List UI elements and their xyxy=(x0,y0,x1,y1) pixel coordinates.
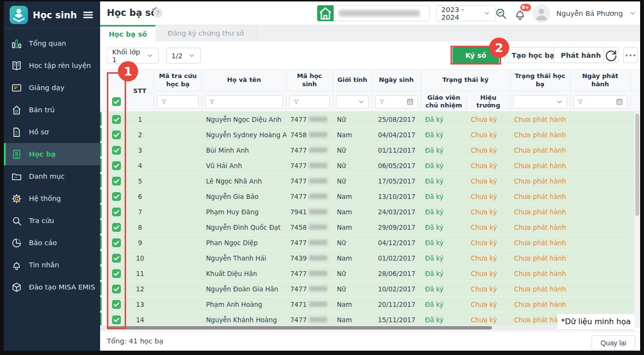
calendar-icon[interactable] xyxy=(616,98,623,105)
header-lookup-code[interactable]: Mã tra cứu học bạ xyxy=(154,70,202,91)
horizontal-scrollbar[interactable] xyxy=(100,325,634,330)
header-principal-sign[interactable]: Hiệu trưởng xyxy=(467,91,510,112)
total-records-label: Tổng: 41 học bạ xyxy=(107,337,163,345)
sidebar-item-ho-so[interactable]: Hồ sơ xyxy=(4,121,100,143)
row-checkbox[interactable] xyxy=(112,269,121,278)
sidebar-item-bao-cao[interactable]: Báo cáo xyxy=(4,232,100,254)
record-status-filter-select[interactable] xyxy=(513,95,567,108)
back-button[interactable]: Quay lại xyxy=(592,335,635,350)
school-year-select[interactable]: 2023 - 2024 xyxy=(436,5,496,21)
sign-button[interactable]: Ký số xyxy=(452,47,499,63)
school-name-field[interactable] xyxy=(334,5,430,21)
issue-date-filter-input[interactable] xyxy=(573,95,627,108)
row-checkbox-cell xyxy=(107,281,126,297)
notifications-button[interactable]: 9+ xyxy=(514,7,527,21)
cell-lookup-code xyxy=(154,173,202,189)
cell-dob: 24/03/2017 xyxy=(372,204,421,220)
analytics-search-icon[interactable] xyxy=(494,7,507,20)
cell-record-status: Chưa phát hành xyxy=(510,189,570,204)
app-window: Học sinh Tổng quan Học tập rèn luyện Giả… xyxy=(4,1,640,351)
cell-student-id: 7477 xyxy=(286,112,333,127)
user-name[interactable]: Nguyễn Bá Phương xyxy=(556,10,623,17)
header-name[interactable]: Họ và tên xyxy=(202,70,286,91)
table-row[interactable]: 12 Nguyễn Đoàn Gia Hân 7477 Nữ 10/02/201… xyxy=(100,281,640,297)
user-menu-chevron-icon[interactable] xyxy=(629,10,636,17)
sidebar-item-tong-quan[interactable]: Tổng quan xyxy=(4,32,100,54)
gender-filter-select[interactable] xyxy=(336,95,369,108)
help-icon[interactable]: ? xyxy=(153,8,163,18)
sidebar-item-ban-tru[interactable]: Bán trú xyxy=(4,99,100,121)
table-row[interactable]: 6 Nguyễn Gia Bảo 7477 Nam 13/10/2017 Đã … xyxy=(100,189,640,204)
row-checkbox[interactable] xyxy=(112,316,121,324)
row-checkbox[interactable] xyxy=(112,115,121,124)
sidebar-item-dao-tao-misa-emis[interactable]: Đào tạo MISA EMIS xyxy=(4,276,100,298)
table-row[interactable]: 9 Phan Ngọc Diệp 7477 Nữ 04/12/2017 Đã k… xyxy=(100,235,640,250)
row-checkbox[interactable] xyxy=(112,254,121,263)
cell-teacher-sign-status: Đã ký xyxy=(421,143,467,158)
row-checkbox[interactable] xyxy=(112,300,121,309)
row-checkbox[interactable] xyxy=(112,208,121,216)
vertical-scrollbar-thumb[interactable] xyxy=(635,114,639,216)
lookup-code-filter-input[interactable] xyxy=(157,95,199,108)
cell-student-name: Phan Ngọc Diệp xyxy=(202,235,286,250)
horizontal-scrollbar-thumb[interactable] xyxy=(107,326,492,329)
filter-extra-partial xyxy=(631,91,640,112)
refresh-button[interactable] xyxy=(603,47,618,63)
sidebar-item-tin-nhan[interactable]: Tin nhắn xyxy=(4,254,100,276)
student-id-filter-input[interactable] xyxy=(289,95,330,108)
grade-filter-select[interactable]: Khối lớp 1 xyxy=(107,48,159,64)
row-checkbox-cell xyxy=(107,250,126,266)
publish-button[interactable]: Phát hành xyxy=(554,47,608,63)
header-dob[interactable]: Ngày sinh xyxy=(372,70,421,91)
header-stt[interactable]: STT xyxy=(126,70,154,112)
hamburger-menu-icon[interactable] xyxy=(82,9,94,21)
table-row[interactable]: 2 Nguyễn Sydney Hoàng A... 7458 Nam 04/0… xyxy=(100,127,640,143)
table-row[interactable]: 1 Nguyễn Ngọc Diệu Anh 7477 Nữ 25/08/201… xyxy=(100,112,640,127)
class-filter-select[interactable]: 1/2 xyxy=(166,48,201,64)
name-filter-input[interactable] xyxy=(205,95,283,108)
sidebar-item-danh-muc[interactable]: Danh mục xyxy=(4,165,100,187)
table-row[interactable]: 8 Nguyễn Đình Quốc Đạt 7458 Nam 29/09/20… xyxy=(100,220,640,235)
cell-record-status: Chưa phát hành xyxy=(510,297,570,312)
select-all-checkbox[interactable] xyxy=(112,97,121,106)
header-issue-date[interactable]: Ngày phát hành xyxy=(570,70,631,91)
create-record-button[interactable]: Tạo học bạ xyxy=(504,47,562,63)
row-checkbox[interactable] xyxy=(112,177,121,185)
tab-hoc-ba-so[interactable]: Học bạ số xyxy=(100,25,155,41)
table-row[interactable]: 3 Bùi Minh Anh 7477 Nữ 01/11/2017 Đã ký … xyxy=(100,143,640,158)
more-actions-button[interactable] xyxy=(623,47,638,63)
more-dots-icon xyxy=(624,49,637,62)
sidebar-item-giang-day[interactable]: Giảng dạy xyxy=(4,77,100,99)
tab-dang-ky-chung-thu-so[interactable]: Đăng ký chứng thư số xyxy=(155,25,257,41)
header-teacher-sign[interactable]: Giáo viên chủ nhiệm xyxy=(421,91,467,112)
sidebar-item-tra-cuu[interactable]: Tra cứu xyxy=(4,210,100,232)
header-record-status[interactable]: Trạng thái học bạ xyxy=(510,70,570,91)
cell-lookup-code xyxy=(154,220,202,235)
table-row[interactable]: 11 Khuất Diệu Hân 7477 Nữ 28/06/2017 Đã … xyxy=(100,266,640,281)
calendar-icon[interactable] xyxy=(406,98,414,105)
header-gender[interactable]: Giới tính xyxy=(333,70,372,91)
row-checkbox[interactable] xyxy=(112,238,121,247)
row-checkbox[interactable] xyxy=(112,223,121,232)
table-row[interactable]: 5 Lê Ngọc Nhã Anh 7477 Nữ 17/05/2017 Đã … xyxy=(100,173,640,189)
sidebar-item-hoc-tap-ren-luyen[interactable]: Học tập rèn luyện xyxy=(4,54,100,77)
sidebar-item-he-thong[interactable]: Hệ thống xyxy=(4,187,100,210)
funnel-icon xyxy=(293,99,299,105)
table-row[interactable]: 7 Phạm Huy Đăng 7941 Nam 24/03/2017 Đã k… xyxy=(100,204,640,220)
home-school-button[interactable] xyxy=(317,5,334,21)
row-checkbox[interactable] xyxy=(112,131,121,139)
vertical-scrollbar[interactable] xyxy=(634,112,640,328)
row-checkbox[interactable] xyxy=(112,161,121,170)
table-row[interactable]: 4 Vũ Hải Anh 7477 Nữ 06/05/2017 Đã ký Ch… xyxy=(100,158,640,173)
avatar[interactable] xyxy=(533,5,550,22)
table-row[interactable]: 10 Nguyễn Thanh Hải 7439 Nam 01/02/2017 … xyxy=(100,250,640,266)
table-row[interactable]: 13 Phạm Anh Hoàng 7471 Nam 20/11/2017 Đã… xyxy=(100,297,640,312)
row-checkbox[interactable] xyxy=(112,146,121,155)
dob-filter-input[interactable] xyxy=(375,95,418,108)
row-checkbox[interactable] xyxy=(112,192,121,201)
header-student-id[interactable]: Mã học sinh xyxy=(286,70,333,91)
row-checkbox[interactable] xyxy=(112,285,121,293)
toolbar: Khối lớp 1 1/2 Ký số Tạo học bạ Phát hàn… xyxy=(100,41,640,69)
cell-teacher-sign-status: Đã ký xyxy=(421,204,467,220)
sidebar-item-hoc-ba[interactable]: Học bạ xyxy=(4,143,100,165)
